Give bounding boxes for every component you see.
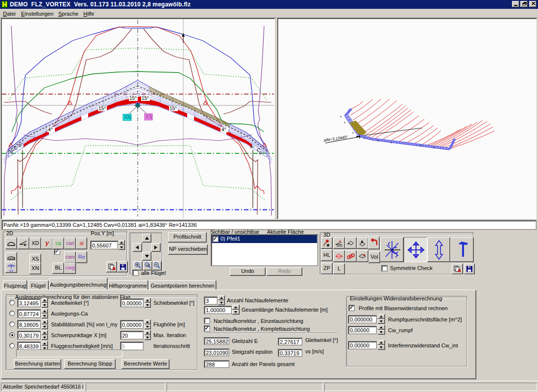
svg-text:15°: 15° (129, 96, 137, 101)
svg-text:101: 101 (146, 264, 150, 267)
svg-text:XN: XN (124, 115, 131, 120)
svg-text:15°: 15° (98, 106, 106, 111)
svg-text:XS: XS (146, 114, 152, 120)
svg-text:alfa=3,12445°: alfa=3,12445° (323, 135, 348, 143)
svg-text:15°: 15° (170, 106, 177, 111)
svg-text:α: α (339, 240, 341, 243)
svg-text:4°: 4° (48, 127, 53, 132)
svg-text:15°: 15° (142, 96, 149, 101)
svg-text:4°: 4° (221, 127, 226, 132)
